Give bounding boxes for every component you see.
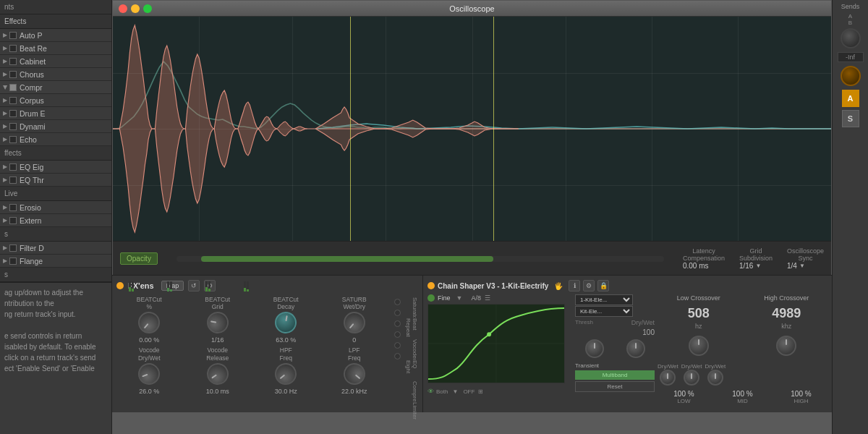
fx-params-grid: BEATCut% 0.00 % BEATCutGrid 1/16 BEATCut… [116, 296, 387, 395]
chain-power-dot[interactable] [427, 282, 435, 289]
vocode-release-knob[interactable] [203, 359, 233, 389]
low-crossover-hz[interactable]: 508 [658, 306, 740, 321]
grid-dropdown-icon[interactable]: ▼ [755, 263, 761, 269]
sidebar-item-beatre[interactable]: ▶ Beat Re [0, 42, 111, 55]
compressor-checkbox[interactable] [9, 84, 17, 91]
sidebar-item-cabinet[interactable]: ▶ Cabinet [0, 55, 111, 68]
lpf-freq-knob[interactable] [339, 359, 370, 389]
sidebar-item-echo[interactable]: ▶ Echo [0, 133, 111, 146]
drywet-knob-1[interactable] [585, 339, 604, 358]
dw-low-knob[interactable] [660, 370, 676, 386]
effect-compressor[interactable]: Compressor [405, 381, 418, 401]
saturb-wetdry-knob[interactable] [339, 307, 370, 338]
sidebar-item-corpus[interactable]: ▶ Corpus [0, 94, 111, 107]
chain-preset-select[interactable]: 1-Kit-Ele... [575, 294, 633, 305]
sidebar-item-external[interactable]: ▶ Extern [0, 214, 111, 227]
latency-value: 0.00 ms [683, 262, 725, 270]
vocode-drywet-knob[interactable] [135, 360, 163, 388]
chain-sub-preset-select[interactable]: Kit-Ele... [575, 306, 633, 317]
lpf-freq-label: LPFFreq [322, 346, 388, 361]
sidebar-item-filterdelay[interactable]: ▶ Filter D [0, 242, 111, 255]
arrow-icon: ▶ [3, 244, 7, 251]
sidebar-item-drum[interactable]: ▶ Drum E [0, 107, 111, 120]
chain-eye-icon[interactable]: 👁 [427, 388, 434, 395]
corpus-checkbox[interactable] [9, 97, 17, 104]
sidebar-item-eqeight[interactable]: ▶ EQ Eig [0, 161, 111, 174]
low-crossover-knob[interactable] [689, 336, 709, 356]
send-s-button[interactable]: S [842, 110, 859, 127]
sidebar-item-flanger[interactable]: ▶ Flange [0, 255, 111, 268]
fx-toggle-1[interactable] [394, 299, 401, 305]
drywet-knob-2[interactable] [626, 339, 645, 358]
drum-checkbox[interactable] [9, 110, 17, 117]
effect-beat-repeat[interactable]: Beat Repeat [405, 318, 418, 339]
chain-settings-icon[interactable]: ⚙ [583, 280, 595, 292]
chain-enable-button[interactable] [427, 294, 435, 302]
chain-info-icon[interactable]: ℹ [569, 280, 580, 292]
effect-eq-eight[interactable]: EQ Eight [405, 360, 418, 380]
dw-high-knob[interactable] [707, 370, 723, 386]
send-level-knob[interactable] [841, 66, 861, 86]
effect-limiter[interactable]: Limiter [405, 402, 418, 422]
sidebar-item-eqthree[interactable]: ▶ EQ Thr [0, 174, 111, 187]
close-button[interactable] [119, 4, 127, 13]
effect-vocoder[interactable]: Vocoder [405, 339, 418, 359]
high-crossover-knob[interactable] [776, 336, 796, 356]
meter2-bars [167, 281, 172, 292]
erosion-checkbox[interactable] [9, 204, 17, 211]
fx-toggle-2[interactable] [394, 310, 401, 316]
chain-target-icon[interactable]: ⊞ [478, 388, 483, 395]
grid-value[interactable]: 1/16 ▼ [739, 262, 773, 270]
fx-refresh-icon[interactable]: ↺ [188, 280, 200, 292]
eqthree-checkbox[interactable] [9, 176, 17, 184]
chain-lock-icon[interactable]: 🔒 [597, 280, 609, 292]
autop-checkbox[interactable] [9, 32, 17, 39]
hpf-freq-knob[interactable] [271, 359, 301, 389]
cabinet-checkbox[interactable] [9, 58, 17, 65]
fx-toggle-6[interactable] [394, 353, 401, 359]
chain-preset-row: 1-Kit-Ele... Kit-Ele... [575, 294, 655, 317]
send-knob[interactable] [841, 28, 861, 48]
high-crossover-hz[interactable]: 4989 [746, 306, 828, 321]
osc-scrollbar[interactable] [176, 256, 664, 262]
fx-param-saturb-wetdry: SATURBWet/Dry 0 [322, 296, 388, 344]
meter4-fill-l [244, 288, 246, 292]
dw-mid-knob[interactable] [684, 370, 699, 386]
send-a-button[interactable]: A [842, 90, 859, 107]
fx-toggle-5[interactable] [394, 342, 401, 349]
fx-power-dot[interactable] [116, 282, 124, 289]
maximize-button[interactable] [143, 4, 152, 13]
beatcut-grid-knob[interactable] [205, 310, 230, 336]
beatcut-pct-knob[interactable] [134, 307, 164, 338]
filterdelay-checkbox[interactable] [9, 244, 17, 252]
multiband-button[interactable]: Multiband [575, 370, 655, 380]
external-checkbox[interactable] [9, 217, 17, 224]
opacity-button[interactable]: Opacity [120, 252, 158, 265]
chain-right-section: Low Crossover High Crossover 508 hz 4989… [658, 294, 827, 408]
fx-toggle-3[interactable] [394, 320, 401, 327]
eqeight-checkbox[interactable] [9, 163, 17, 171]
beatre-checkbox[interactable] [9, 45, 17, 52]
fx-toggle-4[interactable] [394, 331, 401, 338]
sidebar-item-chorus[interactable]: ▶ Chorus [0, 68, 111, 81]
beatcut-decay-knob[interactable] [273, 310, 299, 336]
map-button[interactable]: Map [161, 281, 184, 291]
sync-value[interactable]: 1/4 ▼ [787, 262, 824, 270]
latency-compensation-group: LatencyCompensation 0.00 ms [683, 247, 725, 270]
high-crossover-label: High Crossover [746, 294, 828, 302]
sidebar-item-autop[interactable]: ▶ Auto P [0, 29, 111, 42]
sidebar-item-dynamics[interactable]: ▶ Dynami [0, 120, 111, 133]
reset-button[interactable]: Reset [575, 381, 655, 392]
echo-checkbox[interactable] [9, 136, 17, 143]
minimize-button[interactable] [131, 4, 140, 13]
sidebar-item-compressor[interactable]: ▶ Compr [0, 81, 111, 94]
sidebar-item-erosion[interactable]: ▶ Erosio [0, 201, 111, 214]
sidebar-section-s2: s [0, 268, 111, 282]
meter3-fill-l [205, 287, 208, 292]
chain-curve-display[interactable] [427, 304, 565, 383]
sync-dropdown-icon[interactable]: ▼ [799, 263, 805, 269]
chorus-checkbox[interactable] [9, 71, 17, 78]
effect-saturator[interactable]: Saturator [405, 297, 418, 318]
flanger-checkbox[interactable] [9, 258, 17, 265]
dynamics-checkbox[interactable] [9, 123, 17, 130]
